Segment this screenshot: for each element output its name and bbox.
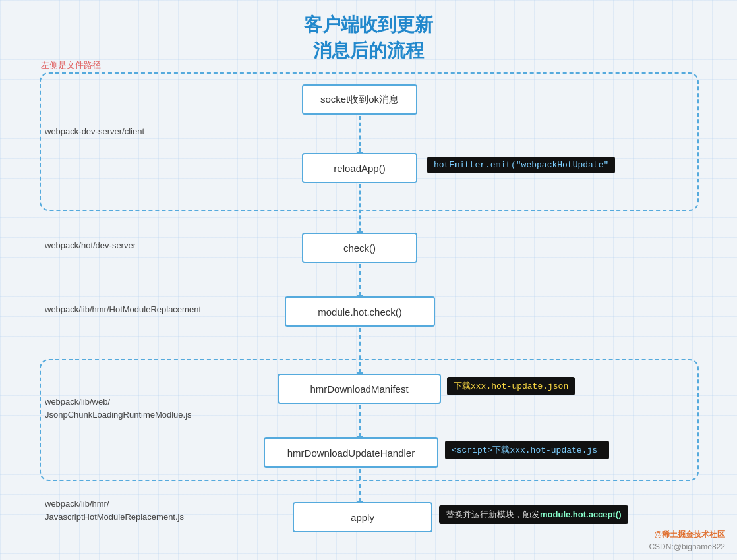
page: 客户端收到更新 消息后的流程 左侧是文件路径 webpack-dev-serve… <box>0 0 737 560</box>
arrow-2-3 <box>359 184 361 232</box>
flow-box-reloadapp: reloadApp() <box>302 153 417 183</box>
left-path-note: 左侧是文件路径 <box>41 59 101 71</box>
arrow-4-5 <box>359 328 361 373</box>
flow-box-apply: apply <box>293 502 432 532</box>
desc-label-apply: 替换并运行新模块，触发module.hot.accept() <box>439 505 628 524</box>
code-label-script: <script>下载xxx.hot-update.js> <box>445 441 609 459</box>
arrow-5-6 <box>359 405 361 437</box>
watermark: @稀土掘金技术社区 CSDN:@bigname822 <box>649 528 725 553</box>
code-label-manifest: 下载xxx.hot-update.json <box>447 377 575 395</box>
arrow-3-4 <box>359 264 361 296</box>
flow-box-check: check() <box>302 233 417 263</box>
arrow-1-2 <box>359 116 361 152</box>
path-label-2: webpack/hot/dev-server <box>45 239 136 252</box>
path-label-1: webpack-dev-server/client <box>45 125 144 138</box>
path-label-4: webpack/lib/web/JsonpChunkLoadingRuntime… <box>45 395 192 421</box>
arrow-6-7 <box>359 469 361 502</box>
flow-box-hmr-update: hmrDownloadUpdateHandler <box>264 437 438 468</box>
path-label-3: webpack/lib/hmr/HotModuleReplacement <box>45 303 201 316</box>
code-label-hotemitter: hotEmitter.emit("webpackHotUpdate" <box>427 157 615 173</box>
path-label-5: webpack/lib/hmr/JavascriptHotModuleRepla… <box>45 497 184 523</box>
page-title: 客户端收到更新 消息后的流程 <box>304 12 433 63</box>
flow-box-hmr-manifest: hmrDownloadManifest <box>278 374 441 404</box>
flow-box-socket: socket收到ok消息 <box>302 84 417 115</box>
flow-box-module-hot-check: module.hot.check() <box>285 296 435 327</box>
